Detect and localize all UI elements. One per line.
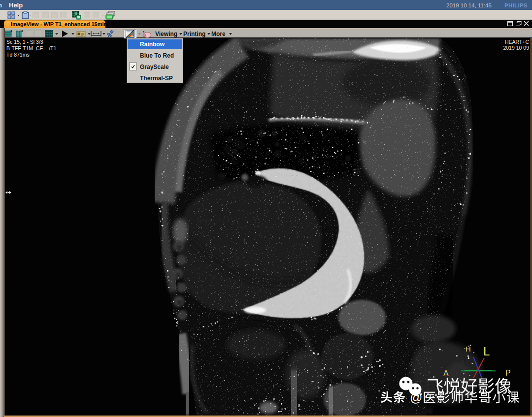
- svg-text:L: L: [483, 345, 490, 358]
- svg-text:H: H: [466, 345, 471, 353]
- svg-text:@: @: [410, 390, 422, 404]
